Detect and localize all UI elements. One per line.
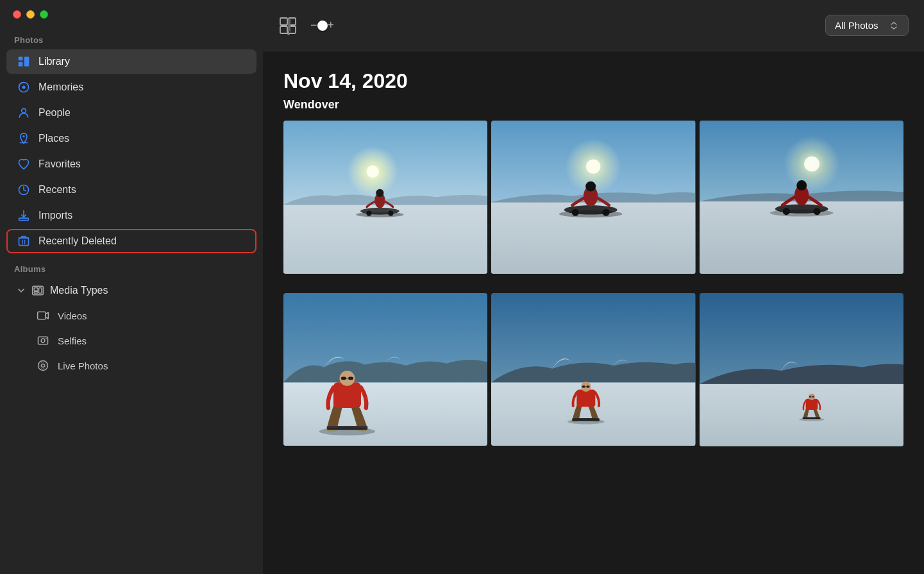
toolbar: − + All Photos — [263, 0, 924, 51]
content-area[interactable]: Nov 14, 2020 Wendover — [263, 51, 924, 574]
sidebar-item-media-types[interactable]: Media Types — [6, 278, 256, 303]
sidebar-item-imports[interactable]: Imports — [6, 203, 256, 228]
filter-dropdown[interactable]: All Photos — [825, 15, 909, 36]
zoom-in-button[interactable]: + — [328, 19, 335, 32]
svg-point-20 — [46, 338, 47, 339]
svg-point-22 — [42, 364, 45, 367]
svg-point-38 — [376, 189, 383, 197]
sidebar-item-selfies[interactable]: Selfies — [6, 328, 256, 353]
date-heading: Nov 14, 2020 — [283, 69, 903, 93]
filter-label: All Photos — [835, 20, 878, 31]
svg-point-33 — [367, 165, 379, 178]
svg-rect-14 — [34, 288, 38, 291]
svg-point-39 — [356, 212, 403, 217]
media-types-label: Media Types — [50, 285, 108, 296]
library-label: Library — [38, 56, 70, 67]
photo-cell-6[interactable] — [700, 293, 903, 446]
grid-view-icon[interactable] — [278, 16, 298, 35]
svg-rect-16 — [34, 292, 38, 294]
svg-rect-78 — [587, 385, 590, 387]
photo-cell-3[interactable] — [700, 121, 903, 274]
sidebar-item-library[interactable]: Library — [6, 49, 256, 74]
library-icon — [17, 55, 31, 69]
photo-cell-2[interactable] — [491, 121, 695, 274]
main-content: − + All Photos Nov 14, 2020 Wendov — [263, 0, 924, 574]
svg-point-91 — [799, 418, 824, 421]
svg-point-23 — [40, 362, 46, 369]
photo-cell-1[interactable] — [283, 121, 487, 274]
videos-label: Videos — [58, 310, 87, 321]
svg-rect-24 — [280, 18, 287, 25]
traffic-lights — [0, 0, 263, 31]
memories-label: Memories — [38, 81, 83, 93]
live-photos-label: Live Photos — [58, 360, 108, 371]
slider-thumb[interactable] — [317, 21, 328, 31]
zoom-out-button[interactable]: − — [310, 19, 317, 32]
svg-rect-15 — [39, 288, 42, 293]
svg-point-60 — [796, 180, 807, 190]
selfies-icon — [36, 333, 50, 348]
recently-deleted-icon — [17, 234, 31, 248]
top-photo-grid — [283, 121, 903, 274]
favorites-icon — [17, 157, 31, 171]
sidebar-item-places[interactable]: Places — [6, 126, 256, 151]
svg-point-61 — [769, 209, 833, 216]
favorites-label: Favorites — [38, 158, 81, 170]
place-subheading: Wendover — [283, 98, 903, 112]
svg-point-44 — [586, 159, 600, 173]
minimize-button[interactable] — [26, 10, 35, 19]
sidebar-item-favorites[interactable]: Favorites — [6, 152, 256, 176]
fullscreen-button[interactable] — [40, 10, 48, 19]
filter-chevron-icon — [889, 21, 899, 31]
people-label: People — [38, 107, 71, 119]
svg-rect-86 — [805, 398, 818, 409]
imports-label: Imports — [38, 210, 72, 221]
svg-point-4 — [22, 86, 26, 89]
svg-rect-8 — [19, 218, 29, 220]
close-button[interactable] — [13, 10, 21, 19]
sidebar: Photos Library Memories — [0, 0, 263, 574]
places-icon — [17, 131, 31, 146]
recently-deleted-label: Recently Deleted — [38, 235, 117, 247]
svg-point-83 — [567, 419, 605, 424]
sidebar-item-memories[interactable]: Memories — [6, 75, 256, 99]
svg-point-50 — [559, 210, 623, 217]
people-icon — [17, 106, 31, 120]
recents-icon — [17, 183, 31, 197]
toolbar-left: − + — [278, 16, 334, 35]
zoom-slider[interactable]: − + — [310, 19, 334, 32]
sidebar-item-recents[interactable]: Recents — [6, 178, 256, 202]
videos-icon — [36, 308, 50, 323]
sidebar-item-people[interactable]: People — [6, 101, 256, 125]
photo-cell-4[interactable] — [283, 293, 487, 446]
chevron-icon — [17, 286, 26, 295]
live-photos-icon — [36, 359, 50, 373]
photo-cell-5[interactable] — [491, 293, 695, 446]
sidebar-item-videos[interactable]: Videos — [6, 303, 256, 328]
svg-rect-77 — [582, 385, 585, 387]
selfies-label: Selfies — [58, 335, 87, 346]
svg-rect-85 — [700, 384, 903, 446]
svg-rect-17 — [38, 312, 46, 319]
memories-icon — [17, 80, 31, 94]
imports-icon — [17, 208, 31, 223]
svg-rect-67 — [348, 376, 353, 380]
svg-point-55 — [804, 156, 819, 172]
albums-section-label: Albums — [0, 260, 263, 278]
svg-point-19 — [41, 339, 45, 342]
photos-section-label: Photos — [0, 31, 263, 49]
svg-rect-64 — [333, 382, 361, 408]
sidebar-item-live-photos[interactable]: Live Photos — [6, 353, 256, 378]
toolbar-right: All Photos — [825, 15, 909, 36]
sidebar-item-recently-deleted[interactable]: Recently Deleted — [6, 229, 256, 253]
svg-rect-66 — [341, 376, 346, 380]
media-types-icon — [31, 283, 45, 298]
svg-rect-75 — [577, 389, 596, 407]
albums-section: Albums Media Types — [0, 260, 263, 378]
svg-rect-63 — [283, 382, 487, 446]
svg-rect-88 — [809, 396, 811, 398]
svg-rect-26 — [280, 26, 287, 33]
svg-point-5 — [22, 108, 26, 113]
svg-point-72 — [319, 427, 376, 435]
svg-point-6 — [22, 135, 24, 137]
